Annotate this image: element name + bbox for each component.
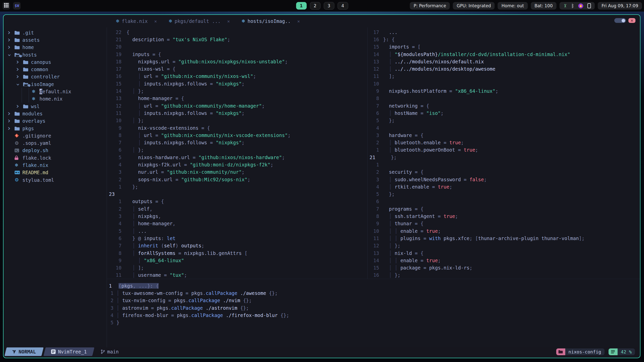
workspace-button-1[interactable]: 1 bbox=[296, 2, 307, 10]
tree-item-deploy-sh[interactable]: deploy.sh bbox=[4, 147, 107, 154]
chevron-right-icon[interactable] bbox=[8, 38, 15, 42]
code-line: 15 imports = [ bbox=[368, 43, 640, 51]
tree-item-pkgs[interactable]: pkgs bbox=[4, 125, 107, 132]
tree-item-home[interactable]: home bbox=[4, 44, 107, 51]
tree-item-modules[interactable]: modules bbox=[4, 110, 107, 117]
line-number: 19 bbox=[107, 52, 127, 57]
code-text: │ "x86_64-linux" bbox=[127, 258, 184, 263]
tree-item-README-md[interactable]: README.md bbox=[4, 169, 107, 176]
line-number: 14 bbox=[368, 258, 383, 263]
code-text: │ }; bbox=[127, 147, 144, 153]
workspace-button-2[interactable]: 2 bbox=[310, 2, 320, 10]
tree-item-overlays[interactable]: overlays bbox=[4, 117, 107, 125]
code-text: │ hostName = "iso"; bbox=[383, 110, 444, 116]
code-line: 15 │ inputs.nixpkgs.follows = "nixpkgs"; bbox=[107, 80, 367, 87]
chevron-right-icon[interactable] bbox=[8, 31, 15, 35]
workspace-button-4[interactable]: 4 bbox=[338, 2, 348, 10]
tab-flake-nix[interactable]: ❄flake.nix× bbox=[116, 18, 157, 24]
tree-item-controller[interactable]: controller bbox=[4, 73, 107, 80]
tree-item-label: flake.nix bbox=[22, 162, 48, 168]
tree-item-hosts[interactable]: ✓hosts bbox=[4, 51, 107, 58]
code-line: 3 │ nixpkgs, bbox=[107, 212, 367, 220]
tree-item--gitignore[interactable]: .gitignore bbox=[4, 132, 107, 139]
code-line: 2 │ self, bbox=[107, 205, 367, 212]
folder-icon bbox=[23, 75, 31, 79]
tab-pkgs-default-[interactable]: ❄pkgs/default ...× bbox=[169, 18, 230, 24]
line-number: 3 bbox=[107, 169, 127, 175]
buffer-label: NvimTree_1 bbox=[58, 349, 87, 354]
code-line: 11 │ │ plugins = with pkgs.xfce; [thunar… bbox=[368, 235, 640, 242]
tab-close-icon[interactable]: × bbox=[297, 19, 300, 24]
tree-item-canopus[interactable]: canopus bbox=[4, 58, 107, 66]
code-line: 21 }; bbox=[368, 154, 640, 161]
chevron-down-icon[interactable] bbox=[8, 53, 15, 57]
code-line: 12 │ ../../modules/nixos/desktop/awesome bbox=[368, 65, 640, 72]
line-number: 13 bbox=[107, 96, 127, 101]
tree-item-stylua-toml[interactable]: ⚙stylua.toml bbox=[4, 176, 107, 184]
line-number: 2 bbox=[107, 206, 127, 212]
editor-pane-flake-nix[interactable]: 22{21 description = "tux's NixOS Flake";… bbox=[107, 27, 368, 279]
tree-item-isoImage[interactable]: ✓isoImage bbox=[4, 80, 107, 88]
chevron-right-icon[interactable] bbox=[16, 75, 23, 79]
tree-item-flake-nix[interactable]: ❄flake.nix bbox=[4, 161, 107, 169]
line-number: 9 bbox=[368, 88, 383, 94]
folder-icon bbox=[15, 112, 22, 116]
line-number: 5 bbox=[107, 228, 127, 234]
code-line: 14 │ "${modulesPath}/installer/cd-dvd/in… bbox=[368, 51, 640, 58]
chevron-right-icon[interactable] bbox=[16, 67, 23, 71]
chevron-right-icon[interactable] bbox=[8, 45, 15, 49]
code-text: outputs = { bbox=[127, 199, 164, 204]
tree-item-label: .sops.yaml bbox=[22, 140, 51, 146]
code-line: 9 │ thunar = { bbox=[368, 220, 640, 227]
code-line: 2 │ bluetooth.enable = true; bbox=[368, 139, 640, 146]
chevron-right-icon[interactable] bbox=[8, 112, 15, 116]
code-line: 19 inputs = { bbox=[107, 51, 367, 58]
tab-close-icon[interactable]: × bbox=[227, 19, 230, 24]
tree-item-label: assets bbox=[22, 37, 40, 43]
clock[interactable]: Fri Aug 09, 17:09 bbox=[598, 2, 642, 10]
tree-item-label: isoImage bbox=[31, 81, 54, 87]
workspace-button-3[interactable]: 3 bbox=[324, 2, 334, 10]
code-line: 14 │ }; bbox=[107, 87, 367, 95]
code-text: }; bbox=[383, 191, 395, 197]
tab-close-icon[interactable]: × bbox=[154, 19, 157, 24]
line-number: 4 bbox=[107, 162, 127, 167]
tree-item-default-nix[interactable]: ❄default.nix bbox=[4, 88, 107, 95]
tree-item-label: deploy.sh bbox=[22, 148, 48, 153]
window-close-button[interactable]: × bbox=[628, 18, 635, 23]
chevron-right-icon[interactable] bbox=[16, 104, 23, 108]
line-number: 12 bbox=[368, 243, 383, 248]
code-line: 13 home-manager = { bbox=[107, 95, 367, 102]
code-text: │ ssh.startAgent = true; bbox=[383, 213, 458, 219]
code-text: home-manager = { bbox=[127, 96, 184, 101]
bluetooth-icon: ᛒ bbox=[571, 3, 574, 9]
chevron-right-icon[interactable] bbox=[8, 126, 15, 130]
folder-icon bbox=[15, 126, 22, 130]
tree-item-wsl[interactable]: wsl bbox=[4, 103, 107, 110]
system-tray[interactable]: ✂ ᛒ bbox=[559, 2, 595, 10]
code-text: │ │ enable = true; bbox=[383, 258, 441, 263]
line-number: 11 bbox=[107, 110, 127, 116]
tree-item-flake-lock[interactable]: flake.lock bbox=[4, 154, 107, 161]
tree-item-common[interactable]: common bbox=[4, 66, 107, 73]
line-number: 14 bbox=[107, 88, 127, 94]
chevron-down-icon[interactable] bbox=[16, 82, 23, 86]
window-pin-toggle[interactable] bbox=[614, 18, 626, 23]
code-line: 5} bbox=[107, 319, 640, 326]
code-line: 6 bbox=[368, 198, 640, 205]
tree-item-assets[interactable]: assets bbox=[4, 36, 107, 43]
nvimtree-file-explorer[interactable]: .gitassetshome✓hostscanopuscommoncontrol… bbox=[4, 27, 107, 347]
tree-item--git[interactable]: .git bbox=[4, 29, 107, 36]
chevron-right-icon[interactable] bbox=[8, 119, 15, 123]
editor-pane-iso-default-nix[interactable]: 17 ...16}: {15 imports = [14 │ "${module… bbox=[368, 27, 640, 279]
code-text: } @ inputs: let bbox=[127, 236, 176, 241]
gear-blue-icon: ⚙ bbox=[15, 177, 22, 182]
chevron-right-icon[interactable] bbox=[16, 60, 23, 64]
line-number: 3 bbox=[368, 132, 383, 138]
tree-item--sops-yaml[interactable]: ⚙.sops.yaml bbox=[4, 139, 107, 147]
tab-hosts-isoImag-[interactable]: ❄hosts/isoImag..× bbox=[242, 18, 300, 24]
editor-pane-pkgs-default-nix[interactable]: 1{pkgs, ...}: {1│ tux-awesome-wm-config … bbox=[107, 279, 640, 347]
code-line: 2 sops-nix.url = "github:Mic92/sops-nix"… bbox=[107, 176, 367, 183]
tree-item-home-nix[interactable]: ❄home.nix bbox=[4, 95, 107, 103]
status-pill-0: P: Performance bbox=[410, 2, 450, 10]
